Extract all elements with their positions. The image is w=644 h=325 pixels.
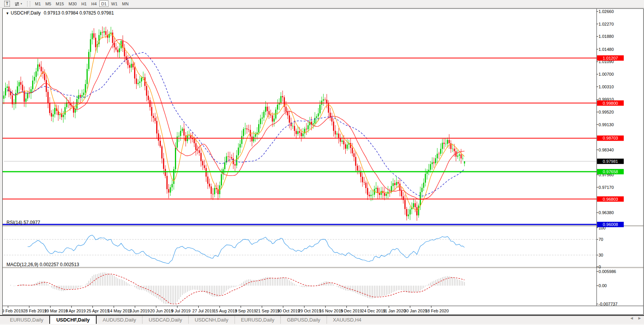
svg-text:20 Jun 2019: 20 Jun 2019 <box>150 309 173 313</box>
svg-text:25 Apr 2019: 25 Apr 2019 <box>87 309 109 313</box>
svg-text:0.96803: 0.96803 <box>603 197 618 202</box>
svg-text:9 Jul 2019: 9 Jul 2019 <box>171 309 191 313</box>
svg-text:3 Sep 2019: 3 Sep 2019 <box>235 309 256 313</box>
svg-text:0.96008: 0.96008 <box>603 222 618 227</box>
ma-mid-line <box>7 40 464 200</box>
svg-text:0: 0 <box>599 265 601 269</box>
top-toolbar: T ▾ M1M5M15M30H1H4D1W1MN <box>0 0 644 8</box>
svg-text:0.98703: 0.98703 <box>603 136 618 140</box>
macd-signal-line <box>18 274 464 304</box>
svg-text:1.02270: 1.02270 <box>599 22 614 26</box>
timeframe-button-m15[interactable]: M15 <box>54 0 66 7</box>
timeframe-button-m30[interactable]: M30 <box>66 0 78 7</box>
date-axis: 9 Feb 201928 Feb 201919 Mar 20196 Apr 20… <box>3 306 449 313</box>
chart-tab-bar: EURUSD,DailyUSDCHF,DailyAUDUSD,DailyUSDC… <box>0 315 644 324</box>
svg-text:0.96380: 0.96380 <box>599 210 614 215</box>
tab-scroll-buttons: ◀ ▶ <box>630 316 641 320</box>
svg-text:1.01207: 1.01207 <box>603 56 618 60</box>
price-chart[interactable]: 1.026601.022701.018801.014801.010901.007… <box>3 9 643 314</box>
svg-text:5 Dec 2019: 5 Dec 2019 <box>340 309 362 313</box>
svg-text:30: 30 <box>599 253 603 257</box>
svg-text:0.99800: 0.99800 <box>603 101 618 106</box>
macd-indicator-label: MACD(12,26,9) 0.002257 0.002513 <box>6 262 79 267</box>
svg-text:11 Jan 2020: 11 Jan 2020 <box>383 309 406 313</box>
svg-text:6 Apr 2019: 6 Apr 2019 <box>65 309 86 313</box>
chart-tab-gbpusd-daily[interactable]: GBPUSD,Daily <box>280 316 326 324</box>
text-tool-icon: T <box>4 1 10 6</box>
timeframe-button-w1[interactable]: W1 <box>109 0 120 7</box>
svg-text:24 Dec 2019: 24 Dec 2019 <box>362 309 385 313</box>
arrange-icon <box>15 2 19 6</box>
svg-text:19 Mar 2019: 19 Mar 2019 <box>44 309 68 313</box>
rsi-indicator-label: RSI(14) 57.0977 <box>6 220 40 225</box>
svg-text:9 Feb 2019: 9 Feb 2019 <box>3 309 23 313</box>
svg-text:10 Oct 2019: 10 Oct 2019 <box>277 309 300 313</box>
chart-symbol: USDCHF,Daily <box>11 10 41 16</box>
svg-text:1.02660: 1.02660 <box>599 9 614 14</box>
arrange-dropdown-icon: ▾ <box>21 2 22 5</box>
svg-text:0.97658: 0.97658 <box>603 169 618 174</box>
current-price-badge: 0.97981 <box>597 159 624 164</box>
rsi-axis-ticks: 10070300 <box>597 226 605 269</box>
chart-tab-eurusd-daily[interactable]: EURUSD,Daily <box>235 316 280 324</box>
timeframe-button-h1[interactable]: H1 <box>79 0 89 7</box>
chart-tab-usdcad-daily[interactable]: USDCAD,Daily <box>142 316 188 324</box>
ma-fast-line <box>7 34 464 211</box>
svg-text:0.99520: 0.99520 <box>599 110 614 114</box>
chart-title: ▼USDCHF,Daily0.97913 0.97984 0.97825 0.9… <box>6 10 114 16</box>
macd-histogram <box>11 272 464 304</box>
price-line-badge: 0.96803 <box>597 197 624 202</box>
svg-text:28 Feb 2019: 28 Feb 2019 <box>23 309 47 313</box>
price-line-badge: 0.96008 <box>597 222 624 227</box>
svg-text:0.97170: 0.97170 <box>599 185 614 190</box>
svg-text:30 Jan 2020: 30 Jan 2020 <box>404 309 427 313</box>
timeframe-button-m1[interactable]: M1 <box>33 0 43 7</box>
timeframe-button-group: M1M5M15M30H1H4D1W1MN <box>33 0 131 7</box>
chart-ohlc-values: 0.97913 0.97984 0.97825 0.97981 <box>44 10 114 16</box>
chart-tab-usdcnh-daily[interactable]: USDCNH,Daily <box>188 316 235 324</box>
chart-tab-audusd-daily[interactable]: AUDUSD,Daily <box>97 316 142 324</box>
svg-text:21 Sep 2019: 21 Sep 2019 <box>256 309 280 313</box>
price-line-badge: 0.97658 <box>597 169 624 174</box>
chart-dropdown-icon[interactable]: ▼ <box>6 11 9 15</box>
svg-text:1 Jun 2019: 1 Jun 2019 <box>129 309 149 313</box>
chart-window: 1.026601.022701.018801.014801.010901.007… <box>2 8 644 315</box>
svg-text:1.01880: 1.01880 <box>599 34 614 39</box>
svg-text:-0.007737: -0.007737 <box>599 302 618 306</box>
timeframe-button-h4[interactable]: H4 <box>89 0 99 7</box>
svg-text:15 Aug 2019: 15 Aug 2019 <box>214 309 237 313</box>
svg-text:18 Feb 2020: 18 Feb 2020 <box>425 309 449 313</box>
svg-text:1.01480: 1.01480 <box>599 47 614 52</box>
svg-text:0.00: 0.00 <box>599 283 607 288</box>
svg-text:70: 70 <box>599 237 603 242</box>
timeframe-button-m5[interactable]: M5 <box>44 0 53 7</box>
price-line-badge: 0.99800 <box>597 101 624 106</box>
tab-scroll-right-icon[interactable]: ▶ <box>638 316 641 320</box>
svg-text:0.97981: 0.97981 <box>603 159 618 164</box>
svg-text:27 Jul 2019: 27 Jul 2019 <box>193 309 214 313</box>
svg-text:0.005986: 0.005986 <box>599 269 616 274</box>
price-line-badge: 0.98703 <box>597 135 624 141</box>
text-label-tool-button[interactable]: T <box>2 0 12 7</box>
svg-text:0.99130: 0.99130 <box>599 122 614 127</box>
candlesticks <box>3 26 465 221</box>
svg-text:0.98340: 0.98340 <box>599 148 614 152</box>
chart-tab-xauusd-h4[interactable]: XAUUSD,H4 <box>327 316 367 324</box>
price-line-badge: 1.01207 <box>597 55 624 61</box>
tab-scroll-left-icon[interactable]: ◀ <box>630 316 633 320</box>
price-axis-ticks: 1.026601.022701.018801.014801.010901.007… <box>597 9 614 215</box>
svg-text:14 May 2019: 14 May 2019 <box>108 309 132 313</box>
timeframe-button-d1[interactable]: D1 <box>99 0 108 7</box>
svg-text:16 Nov 2019: 16 Nov 2019 <box>319 309 343 313</box>
svg-text:1.00700: 1.00700 <box>599 72 614 76</box>
macd-axis-ticks: 0.0059860.00-0.007737 <box>597 269 618 306</box>
chart-tab-eurusd-daily[interactable]: EURUSD,Daily <box>4 316 49 324</box>
toolbar-grip <box>27 1 30 6</box>
svg-text:29 Oct 2019: 29 Oct 2019 <box>298 309 321 313</box>
chart-tab-usdchf-daily[interactable]: USDCHF,Daily <box>49 315 96 324</box>
timeframe-button-mn[interactable]: MN <box>120 0 131 7</box>
arrange-charts-button[interactable]: ▾ <box>13 0 24 7</box>
svg-text:1.00310: 1.00310 <box>599 84 614 89</box>
